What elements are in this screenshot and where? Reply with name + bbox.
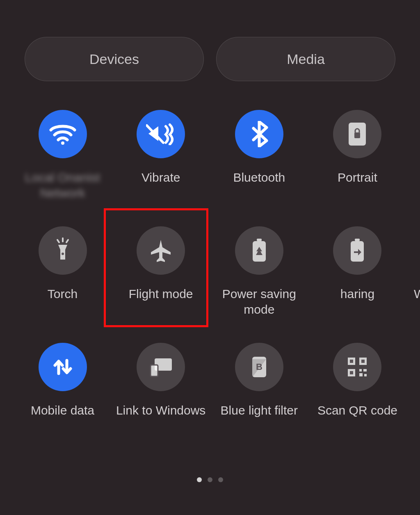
svg-rect-13 (151, 365, 158, 376)
portrait-lock-icon (333, 110, 381, 158)
flight-mode-label: Flight mode (129, 286, 193, 318)
svg-rect-19 (361, 360, 365, 363)
vibrate-tile[interactable]: Vibrate (115, 110, 207, 202)
link-windows-label: Link to Windows (116, 403, 205, 435)
svg-line-7 (66, 240, 68, 242)
pagination-dots[interactable] (0, 477, 420, 482)
vibrate-icon (137, 110, 185, 158)
qr-icon (333, 343, 381, 391)
power-saving-tile[interactable]: Power saving mode (213, 226, 305, 318)
page-dot-2[interactable] (208, 477, 212, 482)
bluetooth-label: Bluetooth (233, 170, 285, 202)
wifi-icon (39, 110, 87, 158)
qr-label: Scan QR code (317, 403, 397, 435)
mobile-data-label: Mobile data (31, 403, 94, 435)
power-saving-label: Power saving mode (213, 286, 305, 318)
quick-settings-row-2: Torch Flight mode Powe (16, 226, 404, 318)
wifi-tile[interactable]: Local Onanist Network (16, 110, 109, 202)
mobile-data-icon (39, 343, 87, 391)
overflow-tile-label: Wi (414, 287, 420, 301)
svg-point-4 (62, 253, 64, 255)
torch-label: Torch (48, 286, 78, 318)
svg-rect-23 (363, 369, 367, 371)
page-dot-3[interactable] (218, 477, 223, 482)
battery-share-tile[interactable]: haring (311, 226, 404, 318)
portrait-label: Portrait (338, 170, 377, 202)
battery-recycle-icon (235, 226, 283, 275)
svg-rect-10 (355, 239, 360, 241)
svg-rect-22 (359, 369, 362, 371)
svg-line-6 (57, 240, 59, 242)
battery-share-icon (333, 226, 381, 275)
svg-rect-21 (350, 371, 353, 374)
vibrate-label: Vibrate (142, 170, 180, 202)
battery-share-label: haring (340, 286, 374, 318)
link-windows-tile[interactable]: Link to Windows (115, 343, 207, 435)
link-windows-icon (137, 343, 185, 391)
bluetooth-tile[interactable]: Bluetooth (213, 110, 305, 202)
mobile-data-tile[interactable]: Mobile data (16, 343, 109, 435)
airplane-icon (137, 226, 185, 275)
svg-point-0 (61, 141, 64, 145)
svg-text:B: B (256, 362, 262, 372)
media-button[interactable]: Media (216, 37, 395, 81)
portrait-tile[interactable]: Portrait (311, 110, 404, 202)
quick-settings-row-1: Local Onanist Network Vibrate (16, 110, 404, 202)
torch-tile[interactable]: Torch (16, 226, 109, 318)
qr-tile[interactable]: Scan QR code (311, 343, 404, 435)
quick-settings-row-3: Mobile data Link to Windows (16, 343, 404, 435)
wifi-label: Local Onanist Network (16, 170, 109, 202)
svg-rect-25 (364, 374, 367, 376)
svg-rect-8 (257, 239, 262, 241)
blue-light-label: Blue light filter (221, 403, 298, 435)
torch-icon (39, 226, 87, 275)
devices-button[interactable]: Devices (25, 37, 204, 81)
bluetooth-icon (235, 110, 283, 158)
svg-rect-24 (359, 373, 363, 376)
blue-light-icon: B (235, 343, 283, 391)
svg-rect-17 (350, 360, 353, 363)
svg-rect-3 (354, 132, 360, 138)
page-dot-1[interactable] (197, 477, 202, 482)
flight-mode-tile[interactable]: Flight mode (115, 226, 207, 318)
blue-light-tile[interactable]: B Blue light filter (213, 343, 305, 435)
